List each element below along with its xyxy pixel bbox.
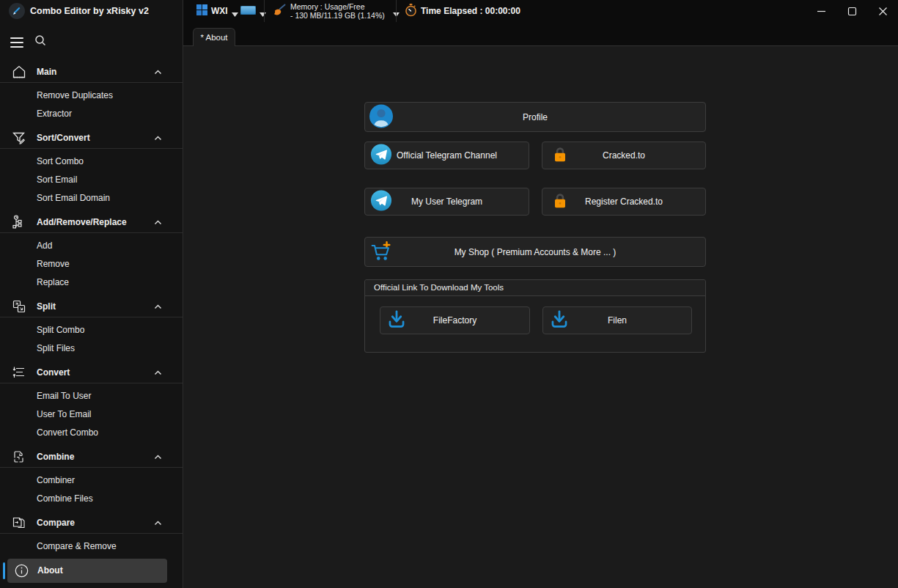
nav-section-sort-convert: Sort/Convert Sort Combo Sort Email Sort … [0,128,183,207]
sidebar-item-combine-files[interactable]: Combine Files [0,490,183,508]
sidebar-item-email-to-user[interactable]: Email To User [0,387,183,405]
downloads-groupbox: Official Link To Download My Tools FileF… [364,279,706,353]
profile-avatar-icon [369,103,394,131]
download-icon [549,309,570,332]
sidebar-actions [0,32,183,53]
selected-indicator [3,562,5,579]
sidebar-item-combiner[interactable]: Combiner [0,471,183,490]
sidebar-item-remove[interactable]: Remove [0,255,183,273]
nav-header-split[interactable]: Split [0,296,183,317]
time-elapsed-label: Time Elapsed : 00:00:00 [421,6,520,16]
profile-button[interactable]: Profile [364,102,706,132]
button-label: My Shop ( Premium Accounts & More ... ) [454,247,617,257]
sidebar-item-sort-email[interactable]: Sort Email [0,171,183,189]
sidebar-item-sort-combo[interactable]: Sort Combo [0,152,183,171]
memory-dropdown[interactable]: Memory : Usage/Free - 130 MB/11.19 GB (1… [273,0,400,22]
button-label: Register Cracked.to [585,196,663,207]
sidebar-item-split-combo[interactable]: Split Combo [0,321,183,339]
titlebar: Combo Editor by xRisky v2 [0,0,183,22]
stopwatch-icon [405,4,417,19]
official-telegram-channel-button[interactable]: Official Telegram Channel [364,142,529,169]
telegram-icon [370,144,392,168]
chevron-up-icon [153,518,163,528]
register-cracked-to-button[interactable]: Register Cracked.to [542,188,706,216]
memory-status: Memory : Usage/Free - 130 MB/11.19 GB (1… [290,2,385,20]
cart-plus-icon [369,239,393,265]
nav-header-main[interactable]: Main [0,62,183,83]
nav-section-convert: Convert Email To User User To Email Conv… [0,362,183,442]
app-pencil-icon [9,3,25,19]
info-icon [15,564,29,578]
chevron-up-icon [153,368,163,378]
combine-icon [11,449,27,465]
home-icon [11,64,27,80]
chevron-down-icon [232,9,238,13]
chevron-up-icon [153,302,163,312]
button-label: My User Telegram [411,196,482,207]
chevron-up-icon [153,67,163,77]
telegram-icon [370,190,392,214]
chevron-up-icon [153,218,163,227]
sidebar-item-label: About [37,559,167,583]
nav-section-compare: Compare Compare & Remove [0,512,183,556]
nav-header-combine[interactable]: Combine [0,446,183,468]
split-icon [11,298,27,315]
button-label: FileFactory [433,315,476,326]
toolbar-divider [264,0,265,22]
search-icon[interactable] [34,34,50,50]
chevron-up-icon [153,452,163,462]
sidebar-item-compare-remove[interactable]: Compare & Remove [0,537,183,556]
sidebar-nav: Main Remove Duplicates Extractor Sort/Co… [0,62,183,560]
sidebar-item-extractor[interactable]: Extractor [0,105,183,123]
nav-section-main: Main Remove Duplicates Extractor [0,62,183,123]
maximize-button[interactable] [838,0,866,22]
toolbar-divider [396,0,397,22]
theme-swatch-dropdown[interactable] [240,0,266,22]
button-label: Profile [523,112,548,122]
compare-icon [11,515,27,531]
sidebar-item-add[interactable]: Add [0,237,183,255]
lock-icon [550,144,570,167]
convert-icon [11,364,27,381]
sidebar-item-sort-email-domain[interactable]: Sort Email Domain [0,189,183,207]
my-shop-button[interactable]: My Shop ( Premium Accounts & More ... ) [364,237,706,267]
sidebar-item-replace[interactable]: Replace [0,273,183,292]
downloads-groupbox-title: Official Link To Download My Tools [365,280,705,296]
color-swatch-icon [240,6,256,17]
app-title: Combo Editor by xRisky v2 [30,0,149,22]
filen-button[interactable]: Filen [542,306,692,334]
workspace-label: WXI [211,6,228,16]
filter-icon [11,130,27,146]
sidebar-item-convert-combo[interactable]: Convert Combo [0,424,183,442]
button-label: Cracked.to [603,150,645,161]
cracked-to-button[interactable]: Cracked.to [542,142,706,169]
nav-header-compare[interactable]: Compare [0,512,183,534]
sidebar-item-about[interactable]: About [7,559,167,583]
minimize-button[interactable] [807,0,835,22]
sidebar-item-remove-duplicates[interactable]: Remove Duplicates [0,87,183,105]
windows-grid-icon [196,4,207,18]
sidebar-item-split-files[interactable]: Split Files [0,339,183,358]
nav-section-add-remove-replace: Add/Remove/Replace Add Remove Replace [0,212,183,292]
hierarchy-icon [11,214,27,230]
close-button[interactable] [869,0,897,22]
nav-section-combine: Combine Combiner Combine Files [0,446,183,508]
button-label: Official Telegram Channel [397,150,497,161]
download-icon [386,309,407,332]
filefactory-button[interactable]: FileFactory [380,306,530,334]
sidebar-item-user-to-email[interactable]: User To Email [0,405,183,424]
menu-icon[interactable] [9,35,25,50]
nav-header-add-remove-replace[interactable]: Add/Remove/Replace [0,212,183,233]
sidebar: Combo Editor by xRisky v2 Main [0,0,183,588]
chevron-up-icon [153,133,163,143]
clean-memory-icon [273,3,287,19]
workspace-dropdown[interactable]: WXI [196,0,238,22]
button-label: Filen [608,315,627,326]
nav-header-sort-convert[interactable]: Sort/Convert [0,128,183,149]
my-user-telegram-button[interactable]: My User Telegram [364,188,529,216]
nav-header-convert[interactable]: Convert [0,362,183,383]
time-elapsed-indicator: Time Elapsed : 00:00:00 [405,0,520,22]
tab-about[interactable]: * About [193,28,235,46]
nav-section-split: Split Split Combo Split Files [0,296,183,358]
lock-icon [550,191,570,213]
